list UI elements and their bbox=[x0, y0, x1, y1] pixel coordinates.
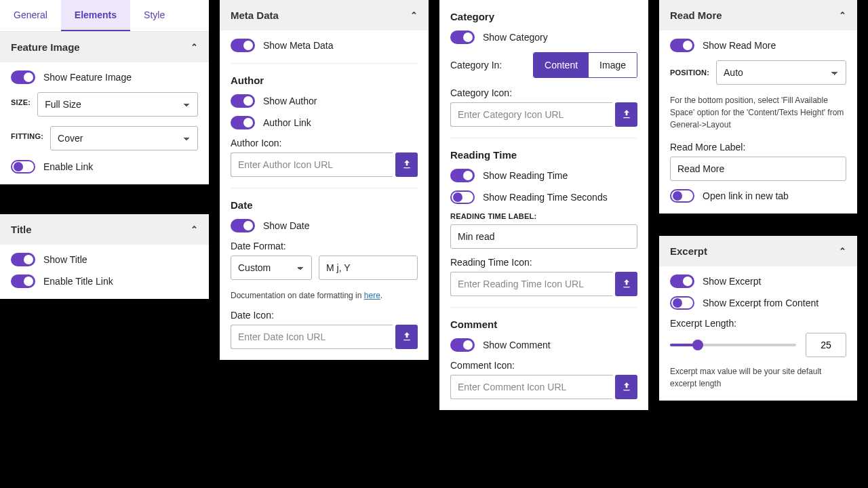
input-read-more-label[interactable] bbox=[670, 157, 846, 181]
subheader-reading-time: Reading Time bbox=[450, 149, 637, 161]
subheader-author: Author bbox=[231, 75, 418, 86]
help-date-format: Documentation on date formatting in here… bbox=[231, 289, 418, 302]
chevron-up-icon: ⌃ bbox=[839, 246, 846, 256]
toggle-show-author[interactable] bbox=[231, 94, 255, 108]
toggle-show-title[interactable] bbox=[11, 253, 35, 266]
upload-icon bbox=[401, 331, 412, 342]
label: Show Author bbox=[263, 96, 317, 106]
section-title: Meta Data bbox=[231, 9, 279, 21]
select-size[interactable]: Full Size bbox=[37, 92, 198, 117]
label: Enable Title Link bbox=[43, 276, 113, 287]
input-date-icon[interactable] bbox=[231, 325, 393, 349]
help-position: For the bottom position, select 'Fill Av… bbox=[670, 94, 846, 131]
label: Show Excerpt bbox=[703, 276, 761, 287]
toggle-show-category[interactable] bbox=[450, 30, 475, 44]
label: Show Reading Time Seconds bbox=[483, 192, 608, 203]
upload-comment-icon-button[interactable] bbox=[615, 375, 637, 399]
toggle-enable-title-link[interactable] bbox=[11, 274, 35, 288]
label: Show Read More bbox=[703, 40, 776, 51]
section-title: Feature Image bbox=[11, 41, 80, 53]
label: Show Reading Time bbox=[483, 170, 568, 181]
toggle-show-reading-time-seconds[interactable] bbox=[450, 190, 475, 204]
label: Show Feature Image bbox=[43, 72, 132, 83]
toggle-show-excerpt[interactable] bbox=[670, 274, 694, 288]
label-fitting: FITTING: bbox=[11, 132, 43, 140]
input-comment-icon[interactable] bbox=[450, 375, 612, 399]
subheader-comment: Comment bbox=[450, 319, 637, 330]
toggle-show-date[interactable] bbox=[231, 219, 255, 232]
section-title: Title bbox=[11, 224, 32, 235]
toggle-show-meta[interactable] bbox=[231, 39, 255, 52]
label-size: SIZE: bbox=[11, 98, 31, 106]
slider-excerpt-length[interactable] bbox=[670, 344, 796, 346]
upload-icon bbox=[621, 382, 632, 392]
toggle-show-read-more[interactable] bbox=[670, 39, 694, 52]
label-category-icon: Category Icon: bbox=[450, 87, 637, 98]
toggle-enable-link[interactable] bbox=[11, 160, 35, 174]
label: Show Comment bbox=[483, 340, 551, 350]
label-reading-time-label: READING TIME LABEL: bbox=[450, 212, 637, 220]
toggle-show-feature-image[interactable] bbox=[11, 70, 35, 84]
section-read-more[interactable]: Read More ⌃ bbox=[659, 0, 857, 30]
toggle-open-new-tab[interactable] bbox=[670, 189, 694, 203]
chevron-up-icon: ⌃ bbox=[191, 224, 198, 235]
toggle-excerpt-from-content[interactable] bbox=[670, 296, 694, 310]
label-read-more-label: Read More Label: bbox=[670, 142, 846, 152]
input-reading-time-icon[interactable] bbox=[450, 272, 612, 296]
upload-author-icon-button[interactable] bbox=[395, 152, 418, 177]
seg-category-in: Content Image bbox=[533, 52, 637, 78]
select-position[interactable]: Auto bbox=[716, 60, 846, 85]
section-feature-image[interactable]: Feature Image ⌃ bbox=[0, 32, 209, 62]
input-reading-time-label[interactable] bbox=[450, 224, 637, 249]
label-excerpt-length: Excerpt Length: bbox=[670, 318, 846, 329]
label: Show Date bbox=[263, 220, 309, 231]
upload-reading-time-icon-button[interactable] bbox=[615, 272, 637, 296]
subheader-date: Date bbox=[231, 199, 418, 211]
section-title: Read More bbox=[670, 9, 722, 21]
chevron-up-icon: ⌃ bbox=[839, 10, 846, 20]
label: Open link in new tab bbox=[703, 190, 789, 201]
upload-icon bbox=[401, 159, 412, 170]
chevron-up-icon: ⌃ bbox=[410, 10, 418, 20]
section-title: Excerpt bbox=[670, 245, 707, 257]
label: Author Link bbox=[263, 117, 311, 128]
label-category-in: Category In: bbox=[450, 60, 502, 70]
upload-category-icon-button[interactable] bbox=[615, 102, 637, 127]
input-category-icon[interactable] bbox=[450, 102, 612, 127]
section-excerpt[interactable]: Excerpt ⌃ bbox=[659, 236, 857, 266]
label-date-icon: Date Icon: bbox=[231, 310, 418, 321]
label: Show Category bbox=[483, 32, 548, 43]
label-author-icon: Author Icon: bbox=[231, 138, 418, 148]
seg-option-content[interactable]: Content bbox=[534, 53, 589, 77]
input-excerpt-length[interactable]: 25 bbox=[806, 333, 846, 357]
toggle-show-comment[interactable] bbox=[450, 338, 475, 352]
label: Enable Link bbox=[43, 161, 93, 172]
label: Show Title bbox=[43, 254, 87, 265]
label-reading-time-icon: Reading Time Icon: bbox=[450, 257, 637, 268]
link-date-doc[interactable]: here bbox=[364, 291, 380, 300]
chevron-up-icon: ⌃ bbox=[191, 42, 198, 52]
tab-elements[interactable]: Elements bbox=[61, 0, 130, 31]
select-date-format[interactable]: Custom bbox=[231, 256, 312, 280]
toggle-author-link[interactable] bbox=[231, 116, 255, 129]
upload-date-icon-button[interactable] bbox=[395, 325, 418, 349]
input-author-icon[interactable] bbox=[231, 152, 393, 177]
label-position: POSITION: bbox=[670, 68, 709, 77]
tab-style[interactable]: Style bbox=[130, 0, 178, 31]
label-comment-icon: Comment Icon: bbox=[450, 360, 637, 371]
section-title[interactable]: Title ⌃ bbox=[0, 214, 209, 245]
input-date-custom-format[interactable] bbox=[319, 256, 418, 280]
section-meta-data[interactable]: Meta Data ⌃ bbox=[220, 0, 429, 30]
help-excerpt: Excerpt max value will be your site defa… bbox=[670, 365, 846, 390]
toggle-show-reading-time[interactable] bbox=[450, 169, 475, 182]
tabs: General Elements Style bbox=[0, 0, 209, 32]
label: Show Meta Data bbox=[263, 40, 334, 51]
label: Show Excerpt from Content bbox=[703, 298, 818, 308]
label-date-format: Date Format: bbox=[231, 241, 418, 251]
tab-general[interactable]: General bbox=[0, 0, 61, 31]
select-fitting[interactable]: Cover bbox=[50, 126, 198, 150]
upload-icon bbox=[621, 109, 632, 120]
upload-icon bbox=[621, 279, 632, 289]
subheader-category: Category bbox=[450, 11, 637, 22]
seg-option-image[interactable]: Image bbox=[589, 53, 637, 77]
